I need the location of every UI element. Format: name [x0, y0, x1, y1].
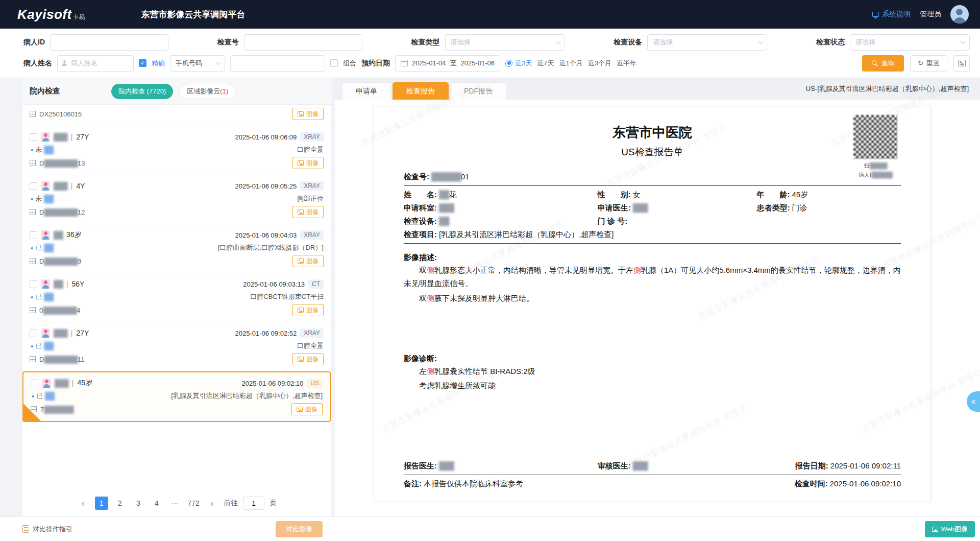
name-masked: ██	[439, 190, 449, 199]
filter-row-2: 病人姓名 ✓ 精确 手机号码 ✓ 组合 预约日期 2025-01-04 至 20…	[23, 53, 970, 74]
exam-type-select[interactable]: 请选择	[445, 34, 565, 51]
layout-toggle-button[interactable]	[953, 55, 970, 72]
range-3days-label: 近3天	[515, 59, 532, 68]
view-image-button[interactable]: 图像	[292, 206, 324, 218]
page-1[interactable]: 1	[95, 497, 108, 510]
prev-page-button[interactable]: ‹	[77, 497, 90, 510]
status-text[interactable]: ██	[44, 146, 53, 154]
status-placeholder: 请选择	[855, 38, 875, 47]
age-value: 45岁	[792, 190, 808, 199]
exam-list-item[interactable]: ███ | 4Y 2025-01-06 09:05:25 XRAY • 未 ██…	[22, 175, 331, 224]
search-button[interactable]: 查询	[862, 55, 904, 72]
item-checkbox[interactable]	[30, 182, 37, 190]
range-halfyear[interactable]: 近半年	[617, 59, 636, 68]
range-7days[interactable]: 近7天	[537, 59, 554, 68]
compare-guide-link[interactable]: 对比操作指引	[22, 525, 72, 534]
patient-name: ███	[54, 329, 67, 337]
page-2[interactable]: 2	[113, 497, 127, 510]
exam-list-item-partial[interactable]: DX250106015 图像	[22, 105, 331, 126]
exam-datetime: 2025-01-06 09:02:52	[235, 330, 297, 337]
tab-exam-report[interactable]: 检查报告	[393, 82, 449, 100]
view-image-button[interactable]: 图像	[292, 353, 324, 365]
status-text[interactable]: ██	[44, 293, 53, 301]
exam-list: DX250106015 图像 ███ | 27Y	[22, 105, 331, 490]
page-3[interactable]: 3	[132, 497, 145, 510]
tab-request-form[interactable]: 申请单	[342, 82, 391, 100]
compare-images-button[interactable]: 对比影像	[276, 521, 323, 537]
exam-list-item[interactable]: ███ | 27Y 2025-01-06 09:06:09 XRAY • 未 █…	[22, 126, 331, 175]
separator: |	[71, 329, 73, 337]
view-image-button[interactable]: 图像	[292, 108, 324, 120]
pages-ellipsis[interactable]: ···	[168, 497, 182, 510]
system-help-label: 系统说明	[882, 10, 911, 19]
item-checkbox[interactable]	[30, 280, 37, 288]
exam-list-item[interactable]: ██ | 56Y 2025-01-06 09:03:13 CT • 已 ██ 口…	[22, 273, 331, 322]
tab-pdf-report[interactable]: PDF报告	[450, 82, 506, 100]
exam-description: 口腔全景	[297, 341, 324, 350]
view-image-button[interactable]: 图像	[292, 157, 324, 169]
exam-no-input[interactable]	[244, 34, 362, 51]
patient-name-input[interactable]	[57, 55, 134, 72]
patient-id-input[interactable]	[50, 34, 168, 51]
phone-input[interactable]	[230, 55, 325, 72]
user-avatar[interactable]	[950, 5, 969, 23]
exam-time-value: 2025-01-06 09:02:10	[830, 479, 901, 488]
range-3months[interactable]: 近3个月	[588, 59, 611, 68]
status-text[interactable]: ██	[45, 392, 54, 400]
date-from: 2025-01-04	[412, 59, 446, 67]
status-text[interactable]: ██	[44, 195, 53, 203]
web-image-button[interactable]: Web图像	[925, 521, 975, 537]
goto-label: 前往	[224, 499, 238, 508]
view-image-button[interactable]: 图像	[292, 304, 324, 316]
goto-page-input[interactable]	[243, 497, 264, 510]
qr-caption-1: 扫█████	[851, 162, 900, 170]
patient-avatar-icon	[42, 379, 51, 388]
modality-badge: US	[307, 379, 323, 388]
tab-regional-label: 区域影像云	[187, 87, 220, 96]
item-checkbox[interactable]	[31, 380, 38, 387]
exam-list-item-selected[interactable]: ███ | 45岁 2025-01-06 09:02:10 US • 已 ██ …	[22, 371, 331, 422]
report-footer: 报告医生:███ 审核医生:███ 报告日期:2025-01-06 09:02:…	[404, 459, 901, 490]
exam-datetime: 2025-01-06 09:04:03	[235, 231, 297, 239]
exam-list-item[interactable]: ██ 36岁 2025-01-06 09:04:03 XRAY • 已 ██ […	[22, 224, 331, 273]
next-page-button[interactable]: ›	[205, 497, 218, 510]
status-text[interactable]: ██	[44, 342, 53, 350]
patient-name: ██	[54, 280, 63, 288]
image-icon	[298, 357, 304, 362]
phone-select[interactable]: 手机号码	[170, 55, 225, 72]
exact-checkbox[interactable]: ✓	[139, 59, 146, 67]
range-3months-label: 近3个月	[588, 59, 611, 68]
view-image-button[interactable]: 图像	[292, 255, 324, 267]
exam-no-row: 检查号: ██████01	[404, 170, 901, 183]
system-help-link[interactable]: 系统说明	[872, 10, 911, 19]
range-3days[interactable]: 近3天	[505, 59, 532, 68]
device-label: 检查设备:	[404, 217, 437, 225]
view-image-button[interactable]: 图像	[291, 403, 323, 415]
view-image-label: 图像	[306, 306, 318, 315]
app-root: Kayisoft卡易 东营市影像云共享调阅平台 系统说明 管理员 病人ID 检查…	[0, 0, 980, 541]
exam-list-item[interactable]: ███ | 27Y 2025-01-06 09:02:52 XRAY • 已 █…	[22, 322, 331, 371]
item-checkbox[interactable]	[30, 133, 37, 141]
date-range-picker[interactable]: 2025-01-04 至 2025-01-06	[395, 55, 500, 72]
tab-regional-cloud[interactable]: 区域影像云 (1)	[179, 84, 236, 99]
combo-checkbox[interactable]: ✓	[330, 59, 338, 67]
item-checkbox[interactable]	[30, 231, 37, 239]
page-4[interactable]: 4	[150, 497, 163, 510]
status-select[interactable]: 请选择	[850, 34, 970, 51]
status-text[interactable]: ██	[44, 244, 53, 252]
exam-item-value: [乳腺及其引流区淋巴结彩超（乳腺中心）,超声检查]	[439, 228, 614, 241]
reset-button[interactable]: ↻ 重置	[910, 55, 947, 72]
combo-label: 组合	[343, 59, 356, 68]
page-last[interactable]: 772	[187, 497, 200, 510]
patient-age: 27Y	[76, 329, 89, 337]
status-dot: •	[32, 392, 34, 401]
range-1month[interactable]: 近1个月	[559, 59, 582, 68]
exam-datetime: 2025-01-06 09:06:09	[235, 133, 297, 141]
date-separator: 至	[450, 59, 457, 68]
item-checkbox[interactable]	[30, 330, 37, 337]
device-select[interactable]: 请选择	[647, 34, 767, 51]
tab-internal-exams[interactable]: 院内检查 (7720)	[111, 84, 173, 99]
range-halfyear-label: 近半年	[617, 59, 636, 68]
accession-suffix: 4	[77, 307, 80, 314]
status-dot: •	[31, 146, 33, 154]
